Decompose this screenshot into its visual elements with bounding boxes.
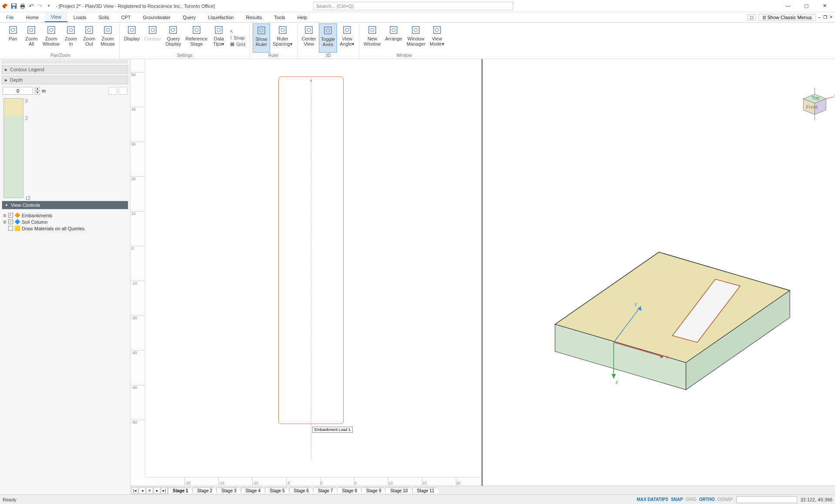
tree-item-draw-materials[interactable]: 🟨Draw Materials on all Queries [3, 225, 127, 232]
3d-view-canvas[interactable]: Top Front x [483, 59, 835, 486]
undo-icon[interactable]: ↶ [28, 3, 35, 10]
svg-rect-7 [21, 7, 24, 9]
status-toggle-snap[interactable]: SNAP [671, 497, 683, 502]
depth-spinner[interactable]: ▲▼ [35, 87, 40, 95]
display-icon [127, 25, 137, 35]
sidebar-grip[interactable] [2, 60, 128, 63]
ribbon-pan[interactable]: Pan [4, 23, 22, 53]
ribbon-window-manager[interactable]: WindowManager [405, 23, 427, 53]
view-cube[interactable]: Top Front x [803, 88, 835, 120]
stage-tab-stage-6[interactable]: Stage 6 [289, 487, 314, 494]
stage-nav-next[interactable]: ▸ [154, 487, 160, 494]
maximize-button[interactable]: ▢ [800, 3, 812, 9]
ribbon-view-angle-[interactable]: ViewAngle▾ [338, 23, 356, 53]
show-classic-menus-button[interactable]: ☰ Show Classic Menus [758, 14, 816, 21]
stage-tab-stage-2[interactable]: Stage 2 [193, 487, 217, 494]
depth-refresh-icon[interactable] [108, 87, 117, 95]
menu-results[interactable]: Results [240, 12, 268, 22]
ribbon-new-window[interactable]: NewWindow [362, 23, 382, 53]
ribbon-zoom-window[interactable]: ZoomWindow [41, 23, 61, 53]
svg-point-37 [326, 29, 330, 32]
svg-point-9 [11, 28, 15, 32]
search-input[interactable]: Search... (Ctrl+Q) [313, 2, 513, 10]
ribbon-query-display[interactable]: QueryDisplay [164, 23, 183, 53]
ribbon-ruler-spacing-[interactable]: RulerSpacing▾ [271, 23, 294, 53]
tree-item-soil-column[interactable]: ⊞✓🔷Soil Column [3, 219, 127, 225]
menu-help[interactable]: Help [291, 12, 314, 22]
stage-tab-stage-11[interactable]: Stage 11 [412, 487, 439, 494]
menu-groundwater[interactable]: Groundwater [137, 12, 177, 22]
mdi-restore-icon[interactable]: ❐ [823, 15, 827, 20]
ribbon-reference-stage[interactable]: ReferenceStage [184, 23, 209, 53]
stage-tab-stage-10[interactable]: Stage 10 [385, 487, 412, 494]
status-toggle-ortho[interactable]: ORTHO [699, 497, 715, 502]
ruler-horizontal: -20-15-10-505101520 [145, 477, 481, 486]
close-button[interactable]: ✕ [818, 3, 831, 9]
mdi-close-icon[interactable]: × [830, 15, 832, 20]
ribbon-view-mode-[interactable]: ViewMode▾ [428, 23, 446, 53]
stage-tab-stage-8[interactable]: Stage 8 [337, 487, 361, 494]
panel-contour-legend[interactable]: ▶Contour Legend [2, 65, 128, 74]
stage-tab-stage-9[interactable]: Stage 9 [361, 487, 386, 494]
stage-tab-stage-5[interactable]: Stage 5 [265, 487, 289, 494]
menu-soils[interactable]: Soils [93, 12, 115, 22]
new-window-icon [367, 25, 377, 35]
print-icon[interactable] [19, 3, 26, 10]
menu-tools[interactable]: Tools [268, 12, 291, 22]
stage-tab-stage-7[interactable]: Stage 7 [313, 487, 337, 494]
ribbon-show-ruler[interactable]: ShowRuler [253, 23, 270, 53]
depth-lock-icon[interactable] [119, 87, 127, 95]
status-input[interactable] [736, 496, 797, 503]
ribbon-zoom-out[interactable]: ZoomOut [80, 23, 98, 53]
plan-view-canvas[interactable]: 50403020100-10-20-30-40-50 -20-15-10-505… [130, 59, 483, 486]
panel-depth[interactable]: ▶Depth [2, 76, 128, 84]
status-toggle-grid[interactable]: GRID [685, 497, 696, 502]
node-marker[interactable] [310, 80, 312, 82]
svg-point-11 [30, 28, 33, 32]
panel-view-controls[interactable]: ▼View Controls [2, 201, 128, 209]
stage-nav-last[interactable]: ▸| [161, 487, 168, 494]
mdi-minimize-icon[interactable]: – [818, 15, 821, 20]
svg-rect-28 [215, 27, 222, 33]
qat-dropdown-icon[interactable]: ▼ [45, 3, 52, 10]
ribbon-data-tips-[interactable]: DataTips▾ [210, 23, 227, 53]
ribbon-zoom-mouse[interactable]: ZoomMouse [99, 23, 117, 53]
redo-icon[interactable]: ↷ [37, 3, 43, 10]
menu-file[interactable]: File [0, 12, 20, 22]
save-icon[interactable] [10, 3, 17, 10]
stage-nav-prev[interactable]: ◂ [139, 487, 146, 494]
snap-toggle[interactable]: ⟟Snap [230, 35, 245, 40]
stage-tab-stage-1[interactable]: Stage 1 [168, 487, 193, 494]
view-controls-tree: ⊞✓🔶Embankments ⊞✓🔷Soil Column 🟨Draw Mate… [0, 210, 130, 233]
ribbon-zoom-in[interactable]: ZoomIn [62, 23, 80, 53]
stage-nav-hash[interactable]: # [146, 487, 153, 494]
data-tips--icon [214, 25, 224, 35]
ribbon-center-view[interactable]: CenterView [300, 23, 318, 53]
menu-liquefaction[interactable]: Liquefaction [202, 12, 240, 22]
menu-view[interactable]: View [45, 12, 67, 22]
ribbon-zoom-all[interactable]: ZoomAll [23, 23, 40, 53]
stage-tab-stage-3[interactable]: Stage 3 [217, 487, 241, 494]
status-toggle-max-datatips[interactable]: MAX DATATIPS [637, 497, 668, 502]
svg-rect-8 [10, 27, 17, 33]
grid-toggle[interactable]: ▦Grid [230, 41, 245, 47]
menu-query[interactable]: Query [177, 12, 202, 22]
cursor-icon[interactable]: ↖ [230, 29, 245, 34]
stage-tab-stage-4[interactable]: Stage 4 [241, 487, 265, 494]
ribbon-display[interactable]: Display [122, 23, 141, 53]
status-toggle-osnap[interactable]: OSNAP [718, 497, 733, 502]
menu-home[interactable]: Home [20, 12, 45, 22]
menu-cpt[interactable]: CPT [115, 12, 137, 22]
ribbon-toggle-axes[interactable]: ToggleAxes [319, 23, 337, 53]
ribbon-group-3d: CenterViewToggleAxesViewAngle▾ 3D [297, 23, 360, 59]
query-display-icon [168, 25, 178, 35]
svg-text:Front: Front [806, 104, 818, 109]
zoom-all-icon [26, 25, 37, 35]
ribbon-collapse-icon[interactable]: ▢ [748, 14, 756, 20]
minimize-button[interactable]: — [782, 3, 794, 9]
ribbon-arrange[interactable]: Arrange [383, 23, 404, 53]
depth-input[interactable] [3, 87, 33, 95]
stage-nav-first[interactable]: |◂ [131, 487, 138, 494]
tree-item-embankments[interactable]: ⊞✓🔶Embankments [3, 212, 127, 219]
menu-loads[interactable]: Loads [67, 12, 93, 22]
